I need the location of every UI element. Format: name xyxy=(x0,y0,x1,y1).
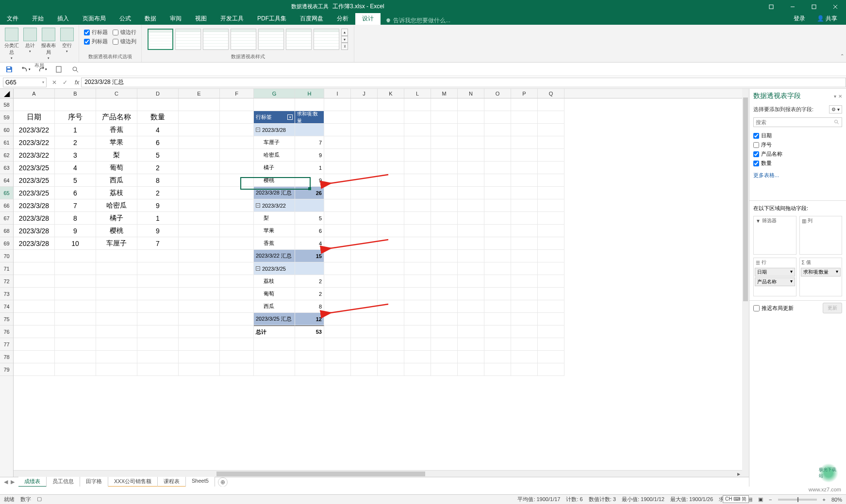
cell-C65[interactable]: 荔枝 xyxy=(96,187,137,199)
cell-H64[interactable]: 9 xyxy=(295,174,324,187)
cell-J66[interactable] xyxy=(351,199,378,212)
cell-H79[interactable] xyxy=(295,363,324,376)
pane-dropdown-icon[interactable]: ▾ xyxy=(834,94,836,99)
cell-M67[interactable] xyxy=(431,212,458,225)
cell-K68[interactable] xyxy=(378,225,404,237)
cell-D59[interactable]: 数量 xyxy=(137,111,179,124)
cell-A79[interactable] xyxy=(14,363,55,376)
cell-O74[interactable] xyxy=(484,300,511,313)
sheet-tab-3[interactable]: XXX公司销售额 xyxy=(108,477,158,487)
cell-Q77[interactable] xyxy=(538,338,564,351)
cell-B70[interactable] xyxy=(55,250,96,262)
cell-B58[interactable] xyxy=(55,98,96,111)
cell-A65[interactable]: 2023/3/25 xyxy=(14,187,55,199)
cell-P59[interactable] xyxy=(511,111,538,124)
row-header-77[interactable]: 77 xyxy=(0,338,13,351)
cell-H61[interactable]: 7 xyxy=(295,136,324,149)
cell-K66[interactable] xyxy=(378,199,404,212)
cell-M75[interactable] xyxy=(431,313,458,325)
cell-H72[interactable]: 2 xyxy=(295,275,324,288)
cell-A74[interactable] xyxy=(14,300,55,313)
col-header-I[interactable]: I xyxy=(324,89,351,98)
tab-data[interactable]: 数据 xyxy=(138,13,163,25)
cell-Q78[interactable] xyxy=(538,351,564,363)
cell-L79[interactable] xyxy=(404,363,431,376)
cell-E67[interactable] xyxy=(179,212,220,225)
cell-Q61[interactable] xyxy=(538,136,564,149)
cell-G74[interactable]: 西瓜 xyxy=(254,300,295,313)
cell-K74[interactable] xyxy=(378,300,404,313)
cell-C72[interactable] xyxy=(96,275,137,288)
cell-J60[interactable] xyxy=(351,124,378,136)
cell-H65[interactable]: 26 xyxy=(295,187,324,199)
cell-N58[interactable] xyxy=(458,98,484,111)
cell-M77[interactable] xyxy=(431,338,458,351)
rows-area[interactable]: ☰行 日期▾产品名称▾ xyxy=(753,258,796,296)
row-header-58[interactable]: 58 xyxy=(0,98,13,111)
cell-C61[interactable]: 苹果 xyxy=(96,136,137,149)
col-header-H[interactable]: H xyxy=(295,89,324,98)
gallery-more-icon[interactable]: ⊻ xyxy=(341,43,348,50)
cell-Q69[interactable] xyxy=(538,237,564,250)
cell-F75[interactable] xyxy=(220,313,254,325)
cell-F58[interactable] xyxy=(220,98,254,111)
cell-K70[interactable] xyxy=(378,250,404,262)
cell-I77[interactable] xyxy=(324,338,351,351)
cell-A78[interactable] xyxy=(14,351,55,363)
cell-L70[interactable] xyxy=(404,250,431,262)
subtotals-button[interactable]: 分类汇总▾ xyxy=(3,27,20,61)
cell-A72[interactable] xyxy=(14,275,55,288)
cell-J73[interactable] xyxy=(351,288,378,300)
cell-C59[interactable]: 产品名称 xyxy=(96,111,137,124)
row-header-71[interactable]: 71 xyxy=(0,262,13,275)
cell-H67[interactable]: 5 xyxy=(295,212,324,225)
cell-D70[interactable] xyxy=(137,250,179,262)
cell-B66[interactable]: 7 xyxy=(55,199,96,212)
cell-B69[interactable]: 10 xyxy=(55,237,96,250)
cb-col-headers[interactable]: 列标题 xyxy=(84,38,108,45)
cell-M71[interactable] xyxy=(431,262,458,275)
cell-N65[interactable] xyxy=(458,187,484,199)
style-thumb-4[interactable] xyxy=(231,29,256,50)
cell-F78[interactable] xyxy=(220,351,254,363)
row-header-79[interactable]: 79 xyxy=(0,363,13,376)
cell-M59[interactable] xyxy=(431,111,458,124)
col-header-B[interactable]: B xyxy=(55,89,96,98)
cell-L67[interactable] xyxy=(404,212,431,225)
cell-I72[interactable] xyxy=(324,275,351,288)
cell-L72[interactable] xyxy=(404,275,431,288)
cell-Q71[interactable] xyxy=(538,262,564,275)
cell-N68[interactable] xyxy=(458,225,484,237)
tab-nav-first-icon[interactable]: ◀ xyxy=(4,479,8,485)
cell-J78[interactable] xyxy=(351,351,378,363)
col-header-M[interactable]: M xyxy=(431,89,458,98)
touch-mode-icon[interactable] xyxy=(53,64,64,75)
redo-icon[interactable]: ▾ xyxy=(37,64,48,75)
col-header-J[interactable]: J xyxy=(351,89,378,98)
cell-Q74[interactable] xyxy=(538,300,564,313)
cell-I69[interactable] xyxy=(324,237,351,250)
row-area-item-0[interactable]: 日期▾ xyxy=(755,268,795,276)
cell-Q60[interactable] xyxy=(538,124,564,136)
cell-Q73[interactable] xyxy=(538,288,564,300)
row-header-73[interactable]: 73 xyxy=(0,288,13,300)
collapse-icon[interactable]: − xyxy=(256,266,260,271)
cell-K78[interactable] xyxy=(378,351,404,363)
cell-H73[interactable]: 2 xyxy=(295,288,324,300)
row-header-69[interactable]: 69 xyxy=(0,237,13,250)
cell-D71[interactable] xyxy=(137,262,179,275)
cell-Q66[interactable] xyxy=(538,199,564,212)
cell-H69[interactable]: 4 xyxy=(295,237,324,250)
cell-F63[interactable] xyxy=(220,162,254,174)
cell-H70[interactable]: 15 xyxy=(295,250,324,262)
cell-Q65[interactable] xyxy=(538,187,564,199)
cell-E75[interactable] xyxy=(179,313,220,325)
record-macro-icon[interactable]: ▢ xyxy=(37,496,42,503)
cell-D68[interactable]: 9 xyxy=(137,225,179,237)
cell-K73[interactable] xyxy=(378,288,404,300)
cell-B62[interactable]: 3 xyxy=(55,149,96,162)
cell-N77[interactable] xyxy=(458,338,484,351)
cell-G72[interactable]: 荔枝 xyxy=(254,275,295,288)
tab-home[interactable]: 开始 xyxy=(25,13,50,25)
cell-I60[interactable] xyxy=(324,124,351,136)
